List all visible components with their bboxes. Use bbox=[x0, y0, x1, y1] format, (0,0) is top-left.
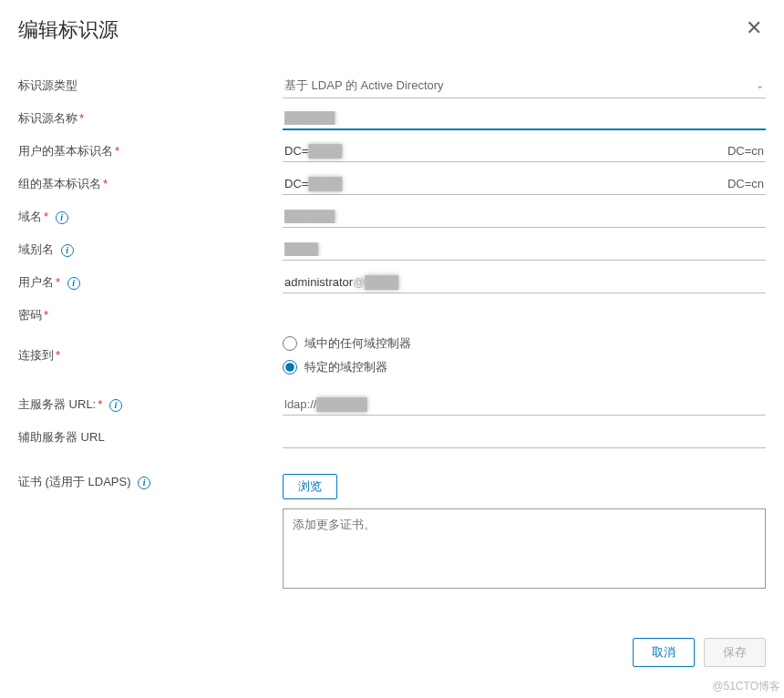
username-label: 用户名* i bbox=[18, 274, 283, 291]
username-prefix: administrator bbox=[284, 275, 353, 289]
identity-source-type-label: 标识源类型 bbox=[18, 77, 283, 94]
browse-button[interactable]: 浏览 bbox=[283, 474, 337, 499]
connect-to-specific-label: 特定的域控制器 bbox=[304, 359, 387, 375]
group-dn-prefix: DC= bbox=[284, 177, 308, 190]
info-icon[interactable]: i bbox=[109, 399, 122, 412]
group-dn-label: 组的基本标识名* bbox=[18, 176, 283, 192]
password-label: 密码* bbox=[18, 307, 283, 323]
dialog-title: 编辑标识源 bbox=[18, 16, 119, 44]
cancel-button[interactable]: 取消 bbox=[633, 638, 695, 667]
domain-name-label: 域名* i bbox=[18, 209, 283, 225]
secondary-url-input[interactable] bbox=[283, 426, 766, 448]
primary-url-input[interactable]: ldap:// ██████ bbox=[283, 394, 766, 416]
identity-source-type-select[interactable]: 基于 LDAP 的 Active Directory ⌄ bbox=[283, 74, 766, 98]
user-dn-suffix: DC=cn bbox=[727, 144, 764, 158]
user-dn-mid: ████ bbox=[308, 144, 727, 158]
connect-to-any-label: 域中的任何域控制器 bbox=[304, 335, 411, 352]
info-icon[interactable]: i bbox=[56, 211, 68, 224]
user-dn-label: 用户的基本标识名* bbox=[18, 143, 283, 159]
cert-label: 证书 (适用于 LDAPS) i bbox=[18, 474, 283, 490]
user-dn-prefix: DC= bbox=[284, 144, 308, 158]
group-dn-mid: ████ bbox=[308, 177, 727, 190]
connect-to-any-radio[interactable] bbox=[283, 336, 297, 351]
secondary-url-label: 辅助服务器 URL bbox=[18, 429, 283, 446]
primary-url-label: 主服务器 URL:* i bbox=[18, 396, 283, 413]
primary-url-prefix: ldap:// bbox=[284, 397, 316, 411]
cert-textarea[interactable] bbox=[283, 508, 766, 589]
username-value: @████ bbox=[353, 275, 764, 289]
group-dn-suffix: DC=cn bbox=[727, 177, 764, 190]
save-button: 保存 bbox=[704, 638, 766, 667]
close-icon[interactable]: ✕ bbox=[742, 16, 766, 40]
domain-name-input[interactable] bbox=[283, 206, 766, 228]
primary-url-value: ██████ bbox=[316, 397, 764, 411]
connect-to-label: 连接到* bbox=[18, 347, 283, 364]
watermark: @51CTO博客 bbox=[712, 679, 780, 694]
identity-source-type-value: 基于 LDAP 的 Active Directory bbox=[284, 77, 444, 94]
password-input[interactable] bbox=[283, 305, 766, 326]
username-input[interactable]: administrator @████ bbox=[283, 272, 766, 293]
info-icon[interactable]: i bbox=[67, 277, 80, 290]
user-dn-input[interactable]: DC= ████ DC=cn bbox=[283, 140, 766, 162]
chevron-down-icon: ⌄ bbox=[756, 79, 764, 91]
domain-alias-input[interactable] bbox=[283, 239, 766, 261]
info-icon[interactable]: i bbox=[61, 244, 74, 257]
info-icon[interactable]: i bbox=[138, 477, 150, 489]
group-dn-input[interactable]: DC= ████ DC=cn bbox=[283, 173, 766, 195]
identity-source-name-input[interactable] bbox=[283, 108, 766, 130]
connect-to-specific-radio[interactable] bbox=[283, 360, 297, 375]
domain-alias-label: 域别名 i bbox=[18, 241, 283, 258]
identity-source-name-label: 标识源名称* bbox=[18, 110, 283, 127]
